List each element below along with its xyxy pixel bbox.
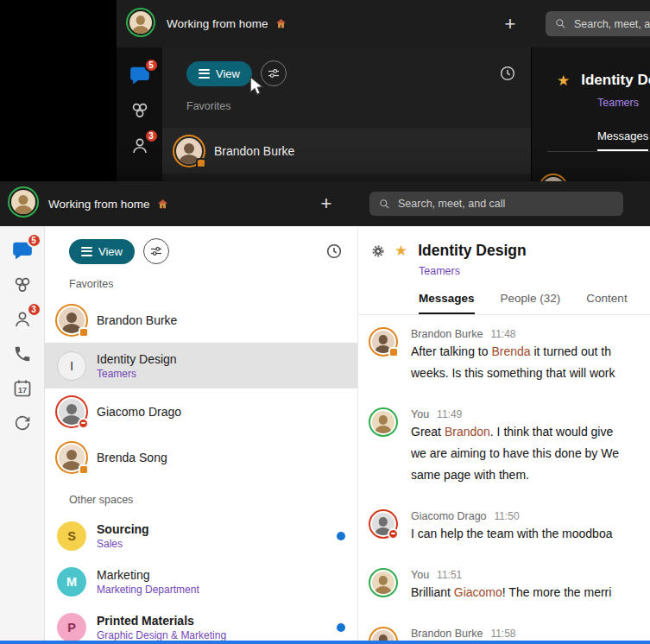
space-name: Marketing bbox=[97, 568, 345, 582]
mention: Brandon bbox=[445, 425, 490, 439]
rail-chat-button[interactable]: 5 bbox=[128, 63, 152, 87]
status-text[interactable]: Working from home bbox=[167, 0, 287, 47]
avatar bbox=[174, 136, 204, 166]
contact-name: Brenda Song bbox=[97, 451, 345, 464]
view-button[interactable]: View bbox=[69, 239, 135, 264]
list-item-brandon-burke[interactable]: Brandon Burke bbox=[45, 297, 357, 343]
rail-spaces-button[interactable] bbox=[128, 98, 152, 123]
unread-count-badge: 5 bbox=[27, 233, 41, 248]
mention: Giacomo bbox=[454, 585, 502, 599]
panel-controls: View bbox=[162, 60, 531, 86]
message-header: You11:51 bbox=[411, 568, 650, 582]
contact-name: Brandon Burke bbox=[214, 144, 294, 158]
app-body: 5 3 17 View bbox=[0, 226, 650, 644]
background-app-window: Working from home + Search, meet, and ca… bbox=[117, 0, 650, 184]
titlebar: Working from home + Search, meet, and ca… bbox=[117, 0, 650, 47]
unread-count-badge: 5 bbox=[144, 58, 159, 73]
avatar bbox=[370, 409, 396, 435]
spaces-panel: View Favorites Brandon Burke bbox=[162, 47, 531, 184]
search-icon bbox=[378, 198, 391, 211]
space-avatar: S bbox=[57, 521, 86, 551]
status-dnd-badge bbox=[388, 528, 399, 540]
contact-name: Giacomo Drago bbox=[97, 405, 345, 419]
list-item-brenda-song[interactable]: Brenda Song bbox=[45, 434, 357, 480]
history-button[interactable] bbox=[498, 64, 517, 83]
search-icon bbox=[554, 17, 567, 30]
message-text: same page with them. bbox=[411, 464, 650, 486]
phone-icon bbox=[13, 344, 32, 363]
message: Giacomo Drago11:50 I can help the team w… bbox=[370, 509, 650, 545]
app-body: 5 3 View Fav bbox=[117, 47, 650, 184]
tab-people[interactable]: People (32) bbox=[501, 292, 561, 314]
status-text[interactable]: Working from home bbox=[48, 181, 169, 226]
unread-dot bbox=[337, 532, 345, 540]
list-item-giacomo-drago[interactable]: Giacomo Drago bbox=[45, 388, 357, 434]
conversation-header: ★ Identity Design bbox=[547, 72, 650, 89]
timestamp: 11:48 bbox=[490, 328, 515, 340]
status-away-badge bbox=[196, 158, 206, 168]
search-bar[interactable]: Search, meet, and call bbox=[369, 192, 623, 216]
rail-chat-button[interactable]: 5 bbox=[10, 238, 35, 262]
message-header: You11:49 bbox=[411, 407, 650, 421]
space-name: Identity Design bbox=[97, 352, 345, 366]
search-placeholder: Search, meet, and call bbox=[398, 198, 505, 210]
conversation-header: ★ Identity Design bbox=[358, 226, 650, 260]
message-header: Brandon Burke11:58 bbox=[411, 627, 650, 641]
add-button[interactable]: + bbox=[496, 0, 524, 47]
team-name: Marketing Department bbox=[97, 584, 345, 596]
space-name: Printed Materials bbox=[97, 614, 326, 628]
favorite-star-icon[interactable]: ★ bbox=[557, 73, 570, 88]
filter-icon bbox=[267, 66, 281, 80]
list-item-brandon-burke[interactable]: Brandon Burke bbox=[162, 128, 531, 174]
filter-button[interactable] bbox=[143, 238, 169, 264]
team-name: Sales bbox=[97, 538, 326, 550]
svg-text:17: 17 bbox=[17, 386, 26, 395]
status-away-badge bbox=[79, 464, 89, 475]
list-item-printed-materials[interactable]: P Printed Materials Graphic Design & Mar… bbox=[45, 604, 357, 644]
search-bar[interactable]: Search, meet, and call bbox=[546, 11, 650, 36]
message-text: Brilliant Giacomo! The more the merri bbox=[411, 582, 650, 603]
history-button[interactable] bbox=[325, 242, 344, 261]
status-away-badge bbox=[388, 347, 399, 357]
tab-messages[interactable]: Messages bbox=[419, 292, 475, 314]
rail-contacts-button[interactable]: 3 bbox=[10, 307, 35, 331]
user-avatar[interactable] bbox=[9, 188, 37, 216]
list-item-marketing[interactable]: M Marketing Marketing Department bbox=[45, 559, 357, 604]
tab-bar: Messages People (32) Content bbox=[358, 292, 650, 315]
list-item-identity-design[interactable]: I Identity Design Teamers bbox=[45, 343, 357, 388]
rail-contacts-button[interactable]: 3 bbox=[128, 134, 152, 158]
contacts-count-badge: 3 bbox=[144, 129, 159, 143]
rail-calendar-button[interactable]: 17 bbox=[10, 376, 35, 401]
list-item-sourcing[interactable]: S Sourcing Sales bbox=[45, 513, 357, 559]
timestamp: 11:51 bbox=[437, 569, 462, 581]
status-away-badge bbox=[79, 327, 89, 338]
view-button[interactable]: View bbox=[186, 61, 252, 86]
home-emoji-icon bbox=[275, 17, 287, 30]
favorite-star-icon[interactable]: ★ bbox=[394, 243, 407, 258]
avatar bbox=[57, 397, 86, 426]
team-link[interactable]: Teamers bbox=[597, 97, 650, 109]
app-rail: 5 3 bbox=[117, 47, 162, 184]
team-link[interactable]: Teamers bbox=[419, 265, 650, 277]
avatar bbox=[57, 306, 86, 335]
timestamp: 11:50 bbox=[495, 510, 520, 522]
conversation-panel: ★ Identity Design Teamers Messages bbox=[531, 47, 650, 184]
rail-spaces-button[interactable] bbox=[10, 273, 35, 297]
conversation-panel: ★ Identity Design Teamers Messages Peopl… bbox=[358, 226, 650, 644]
message: Brandon Burke11:48 After talking to Bren… bbox=[370, 327, 650, 384]
titlebar: Working from home + Search, meet, and ca… bbox=[0, 181, 650, 226]
rail-updates-button[interactable] bbox=[10, 411, 35, 435]
avatar bbox=[370, 511, 396, 537]
home-emoji-icon bbox=[156, 198, 169, 211]
rail-calling-button[interactable] bbox=[10, 342, 35, 366]
tab-content[interactable]: Content bbox=[586, 292, 627, 314]
tab-messages[interactable]: Messages bbox=[597, 129, 648, 151]
timestamp: 11:58 bbox=[490, 628, 515, 640]
message-text: weeks. Is this something that will work bbox=[411, 363, 650, 384]
add-button[interactable]: + bbox=[312, 181, 340, 226]
user-avatar[interactable] bbox=[128, 9, 154, 35]
message-list: Brandon Burke11:48 After talking to Bren… bbox=[358, 315, 650, 644]
spaces-icon bbox=[129, 100, 150, 121]
tab-bar: Messages bbox=[547, 128, 650, 152]
gear-icon[interactable] bbox=[370, 243, 386, 259]
